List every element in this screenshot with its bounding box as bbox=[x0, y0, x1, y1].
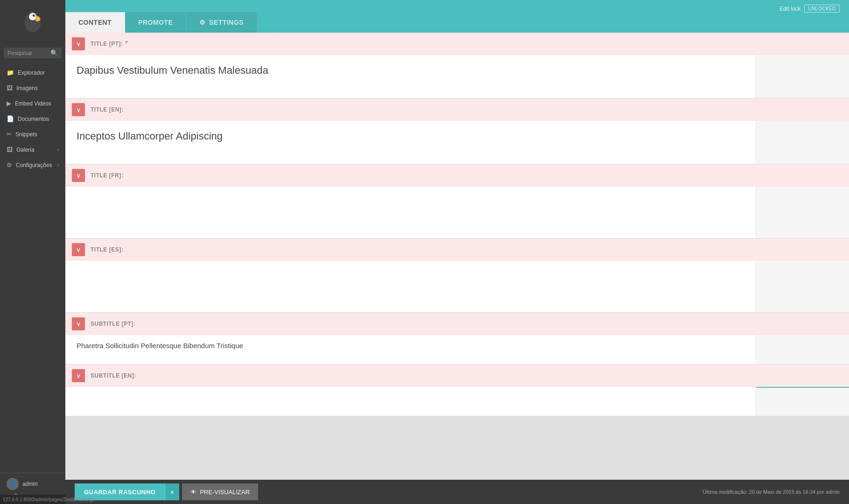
field-sidebar-strip bbox=[756, 387, 849, 416]
field-body-title-fr bbox=[65, 187, 849, 238]
field-header-title-en: ∨ TITLE [EN]: bbox=[65, 98, 849, 121]
search-icon: 🔍 bbox=[50, 49, 58, 56]
search-input[interactable] bbox=[7, 50, 50, 56]
sidebar-item-label: Configurações bbox=[16, 162, 52, 168]
unlocked-badge: UNLOCKED bbox=[804, 5, 840, 13]
last-modified-text: Última modificação: 20 de Maio de 2015 à… bbox=[702, 489, 840, 495]
eye-icon: 👁 bbox=[190, 489, 196, 496]
tab-content-label: CONTENT bbox=[78, 19, 112, 26]
tab-settings[interactable]: ⚙ SETTINGS bbox=[186, 12, 257, 33]
chevron-down-icon: ∧ bbox=[170, 489, 175, 496]
sidebar-item-imagens[interactable]: 🖼 Imagens bbox=[0, 80, 65, 96]
sidebar-logo bbox=[0, 0, 65, 45]
field-body-subtitle-pt bbox=[65, 335, 849, 364]
field-sidebar-strip bbox=[756, 121, 849, 164]
tab-settings-label: SETTINGS bbox=[209, 19, 244, 26]
field-section-title-en: ∨ TITLE [EN]: bbox=[65, 98, 849, 164]
field-toggle-title-en[interactable]: ∨ bbox=[72, 103, 85, 116]
logo-icon bbox=[21, 8, 44, 36]
content-area: ∨ TITLE [PT]: * ∨ TITLE [EN]: ∨ bbox=[65, 33, 849, 504]
sidebar-item-label: Imagens bbox=[16, 85, 38, 91]
chevron-right-icon: › bbox=[57, 162, 59, 168]
chevron-right-icon: › bbox=[57, 147, 59, 152]
sidebar-item-label: Galeria bbox=[16, 147, 35, 153]
field-header-subtitle-en: ∨ SUBTITLE [EN]: bbox=[65, 364, 849, 387]
field-sidebar-strip bbox=[756, 335, 849, 364]
field-section-title-pt: ∨ TITLE [PT]: * bbox=[65, 33, 849, 98]
preview-label: PRE-VISUALIZAR bbox=[200, 489, 250, 496]
field-label-subtitle-pt: SUBTITLE [PT]: bbox=[91, 321, 135, 327]
sidebar-item-label: Documentos bbox=[18, 116, 49, 122]
field-body-title-es bbox=[65, 261, 849, 312]
field-header-title-fr: ∨ TITLE [FR]: bbox=[65, 164, 849, 187]
video-icon: ▶ bbox=[7, 100, 11, 107]
field-toggle-title-fr[interactable]: ∨ bbox=[72, 169, 85, 182]
field-label-title-fr: TITLE [FR]: bbox=[91, 172, 123, 179]
field-toggle-title-pt[interactable]: ∨ bbox=[72, 37, 85, 50]
field-header-title-pt: ∨ TITLE [PT]: * bbox=[65, 33, 849, 55]
title-en-input[interactable] bbox=[65, 121, 756, 164]
subtitle-en-input[interactable] bbox=[65, 387, 756, 416]
field-section-subtitle-pt: ∨ SUBTITLE [PT]: bbox=[65, 313, 849, 364]
sidebar-item-embed-videos[interactable]: ▶ Embed Videos bbox=[0, 96, 65, 111]
url-bar: 127.0.0.1:8000/admin/pages/2/edit/#setti… bbox=[0, 495, 65, 504]
field-toggle-subtitle-en[interactable]: ∨ bbox=[72, 369, 85, 382]
sidebar-item-label: Explorador bbox=[18, 70, 45, 76]
tab-content[interactable]: CONTENT bbox=[65, 12, 125, 33]
bottombar: GUARDAR RASCUNHO ∧ 👁 PRE-VISUALIZAR Últi… bbox=[65, 480, 849, 504]
user-name: admin bbox=[22, 481, 38, 487]
required-indicator: * bbox=[125, 40, 127, 48]
sidebar-item-galeria[interactable]: 🖼 Galeria › bbox=[0, 142, 65, 157]
edit-lock-label: Edit lock bbox=[779, 6, 800, 12]
field-label-title-pt: TITLE [PT]: bbox=[91, 41, 123, 47]
sidebar-item-explorador[interactable]: 📁 Explorador bbox=[0, 65, 65, 80]
tabs: CONTENT PROMOTE ⚙ SETTINGS bbox=[65, 12, 257, 33]
svg-point-3 bbox=[33, 14, 35, 17]
field-label-title-es: TITLE [ES]: bbox=[91, 246, 123, 253]
topbar: CONTENT PROMOTE ⚙ SETTINGS Edit lock UNL… bbox=[65, 0, 849, 33]
tab-promote-label: PROMOTE bbox=[138, 19, 173, 26]
title-es-input[interactable] bbox=[65, 261, 756, 312]
field-sidebar-strip bbox=[756, 187, 849, 238]
field-body-title-pt bbox=[65, 55, 849, 98]
sidebar-item-documentos[interactable]: 📄 Documentos bbox=[0, 111, 65, 126]
field-section-title-fr: ∨ TITLE [FR]: bbox=[65, 164, 849, 238]
field-sidebar-strip bbox=[756, 261, 849, 312]
sidebar-user: 👤 admin bbox=[7, 478, 59, 490]
sidebar-item-snippets[interactable]: ✂ Snippets bbox=[0, 126, 65, 142]
image-icon: 🖼 bbox=[7, 84, 13, 91]
search-container[interactable]: 🔍 bbox=[4, 48, 62, 58]
field-header-title-es: ∨ TITLE [ES]: bbox=[65, 238, 849, 261]
gallery-icon: 🖼 bbox=[7, 146, 13, 153]
main-content: CONTENT PROMOTE ⚙ SETTINGS Edit lock UNL… bbox=[65, 0, 849, 504]
subtitle-pt-input[interactable] bbox=[65, 335, 756, 364]
save-dropdown-button[interactable]: ∧ bbox=[165, 483, 179, 500]
settings-icon: ⚙ bbox=[7, 161, 12, 168]
field-label-subtitle-en: SUBTITLE [EN]: bbox=[91, 372, 136, 379]
svg-point-2 bbox=[29, 13, 36, 21]
sidebar-item-label: Snippets bbox=[15, 131, 37, 138]
field-section-subtitle-en: ∨ SUBTITLE [EN]: bbox=[65, 364, 849, 416]
url-text: 127.0.0.1:8000/admin/pages/2/edit/#setti… bbox=[3, 497, 95, 502]
tab-promote[interactable]: PROMOTE bbox=[125, 12, 186, 33]
field-body-title-en bbox=[65, 121, 849, 164]
field-header-subtitle-pt: ∨ SUBTITLE [PT]: bbox=[65, 313, 849, 335]
sidebar-item-label: Embed Videos bbox=[15, 100, 51, 107]
snippets-icon: ✂ bbox=[7, 131, 12, 138]
folder-icon: 📁 bbox=[7, 69, 14, 76]
title-fr-input[interactable] bbox=[65, 187, 756, 238]
field-body-subtitle-en bbox=[65, 387, 849, 416]
field-label-title-en: TITLE [EN]: bbox=[91, 106, 124, 113]
document-icon: 📄 bbox=[7, 115, 14, 122]
field-section-title-es: ∨ TITLE [ES]: bbox=[65, 238, 849, 313]
field-toggle-title-es[interactable]: ∨ bbox=[72, 243, 85, 256]
field-toggle-subtitle-pt[interactable]: ∨ bbox=[72, 317, 85, 330]
sidebar: 🔍 📁 Explorador 🖼 Imagens ▶ Embed Videos … bbox=[0, 0, 65, 504]
gear-icon: ⚙ bbox=[199, 19, 206, 26]
preview-button[interactable]: 👁 PRE-VISUALIZAR bbox=[182, 483, 258, 500]
title-pt-input[interactable] bbox=[65, 55, 756, 98]
svg-point-4 bbox=[34, 15, 35, 16]
sidebar-item-configuracoes[interactable]: ⚙ Configurações › bbox=[0, 157, 65, 173]
field-sidebar-strip bbox=[756, 55, 849, 98]
save-label: GUARDAR RASCUNHO bbox=[84, 489, 155, 496]
